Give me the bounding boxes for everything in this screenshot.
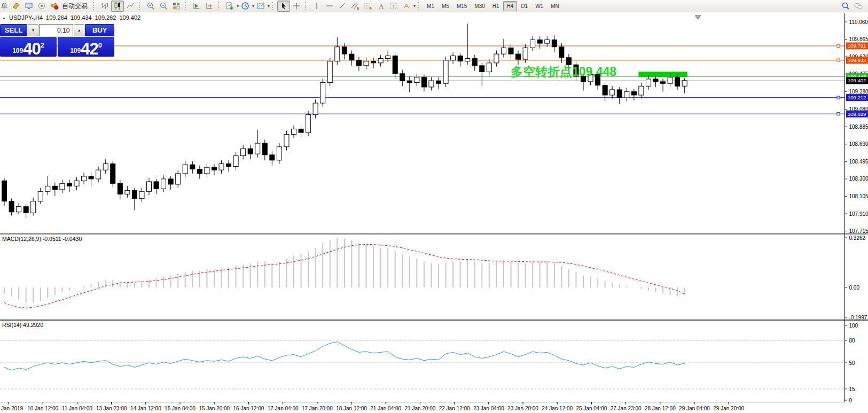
buy-button[interactable]: BUY <box>85 24 114 36</box>
accounts-icon[interactable] <box>10 1 22 12</box>
periods-icon[interactable] <box>239 1 252 12</box>
search-icon[interactable] <box>839 1 852 12</box>
candle-body <box>443 60 448 83</box>
line-handle[interactable] <box>837 44 840 47</box>
templates-icon[interactable] <box>254 1 267 12</box>
chart-canvas[interactable]: 110.060109.865109.670109.475109.280109.0… <box>0 0 868 413</box>
volume-increase-button[interactable]: ▲ <box>74 24 84 36</box>
text-tool-icon[interactable]: A <box>374 1 387 12</box>
scroll-marker-icon[interactable] <box>695 15 701 19</box>
tf-d1-button[interactable]: D1 <box>517 1 531 11</box>
chat-icon[interactable] <box>852 1 865 12</box>
expert-advisor-icon[interactable] <box>48 1 61 12</box>
line-handle[interactable] <box>837 96 840 99</box>
candle-body <box>610 90 615 95</box>
indicators-add-icon[interactable] <box>223 1 236 12</box>
candle-body <box>205 167 209 174</box>
auto-scroll-icon[interactable] <box>190 1 203 12</box>
signal-icon[interactable] <box>35 1 48 12</box>
candle-body <box>270 155 275 160</box>
time-tick-label: 17 Jan 20:00 <box>302 406 333 411</box>
candlestick-chart-type-icon[interactable] <box>111 1 124 12</box>
vertical-line-tool-icon[interactable] <box>310 1 323 12</box>
channel-tool-icon[interactable]: E <box>349 1 362 12</box>
tf-m15-button[interactable]: M15 <box>453 1 471 11</box>
candle-body <box>96 170 101 179</box>
pivot-annotation-text[interactable]: 多空转折点109.448 <box>511 64 616 80</box>
collapse-icon[interactable]: ▲ <box>2 16 6 20</box>
candle-body <box>241 149 246 155</box>
line-handle[interactable] <box>837 113 840 115</box>
candle-body <box>668 77 672 84</box>
tf-w1-button[interactable]: W1 <box>531 1 547 11</box>
auto-trading-button[interactable]: 自动交易 <box>62 2 88 11</box>
candle-body <box>292 129 296 134</box>
candle-body <box>60 183 65 190</box>
candle-body <box>219 164 224 170</box>
candle-body <box>661 82 666 83</box>
zoom-in-icon[interactable] <box>144 1 157 12</box>
sell-price-display[interactable]: 109 40 2 <box>0 37 57 57</box>
line-chart-type-icon[interactable] <box>124 1 137 12</box>
candle-body <box>653 79 658 82</box>
candle-body <box>682 81 687 86</box>
sell-price-sup: 2 <box>41 42 44 49</box>
price-tag: 109.402 <box>846 77 868 84</box>
candle-body <box>639 86 644 95</box>
text-label-tool-icon[interactable]: T <box>387 1 400 12</box>
candle-body <box>552 40 557 46</box>
dropdown-icon[interactable]: ▾ <box>268 4 270 9</box>
svg-text:109.402: 109.402 <box>848 77 866 83</box>
price-axis: 110.060109.865109.670109.475109.280109.0… <box>845 19 868 235</box>
rsi-tick-label: 50 <box>849 360 856 366</box>
candle-body <box>393 56 397 73</box>
tf-h1-button[interactable]: H1 <box>489 1 503 11</box>
price-tick-label: 107.910 <box>849 211 868 217</box>
time-tick-label: 15 Jan 04:00 <box>165 406 196 411</box>
horizontal-line-tool-icon[interactable] <box>323 1 336 12</box>
tf-h4-button[interactable]: H4 <box>503 1 518 11</box>
candle-body <box>646 79 651 86</box>
arrows-tool-icon[interactable] <box>400 1 413 12</box>
zoom-out-icon[interactable] <box>157 1 170 12</box>
crosshair-icon[interactable] <box>290 1 303 12</box>
fibonacci-tool-icon[interactable]: F <box>362 1 374 12</box>
sell-price-small: 109 <box>12 48 23 54</box>
trendline-tool-icon[interactable] <box>336 1 349 12</box>
svg-text:F: F <box>370 6 372 10</box>
one-click-trading-panel: SELL ▼ 0.10 ▲ BUY 109 40 2 109 42 0 <box>0 24 114 57</box>
rsi-tick-label: 100 <box>849 323 858 329</box>
tf-m1-button[interactable]: M1 <box>423 1 438 11</box>
volume-input[interactable]: 0.10 <box>39 24 74 36</box>
pivot-zone-rect[interactable] <box>638 72 687 77</box>
timeframe-toolbar: M1 M5 M15 M30 H1 H4 D1 W1 MN <box>423 1 563 11</box>
chart-shift-icon[interactable] <box>203 1 216 12</box>
new-order-button[interactable]: 单 <box>1 2 7 11</box>
candle-body <box>183 165 187 174</box>
cursor-icon[interactable] <box>277 1 290 12</box>
buy-price-display[interactable]: 109 42 0 <box>58 37 114 57</box>
macd-tick-label: 0.3262 <box>849 235 866 241</box>
toolbar-separator <box>305 2 308 10</box>
candle-body <box>111 164 115 184</box>
ohlc-close: 109.402 <box>119 14 140 21</box>
toolbar-separator <box>139 2 142 10</box>
candle-body <box>537 40 542 43</box>
candle-body <box>125 191 130 194</box>
volume-decrease-button[interactable]: ▼ <box>28 24 38 36</box>
time-tick-label: 23 Jan 20:00 <box>507 406 538 411</box>
candle-body <box>2 181 7 201</box>
time-tick-label: 21 Jan 04:00 <box>370 406 401 411</box>
dropdown-icon[interactable]: ▾ <box>413 4 416 9</box>
sell-button[interactable]: SELL <box>0 24 27 36</box>
tf-m30-button[interactable]: M30 <box>471 1 488 11</box>
toolbar-separator <box>272 2 275 10</box>
line-handle[interactable] <box>837 59 840 61</box>
bar-chart-type-icon[interactable] <box>98 1 111 12</box>
tf-m5-button[interactable]: M5 <box>438 1 453 11</box>
tf-mn-button[interactable]: MN <box>547 1 563 11</box>
candle-body <box>349 54 354 60</box>
tile-windows-icon[interactable] <box>170 1 183 12</box>
terminal-icon[interactable] <box>22 1 35 12</box>
time-tick-label: 11 Jan 04:00 <box>62 406 93 411</box>
